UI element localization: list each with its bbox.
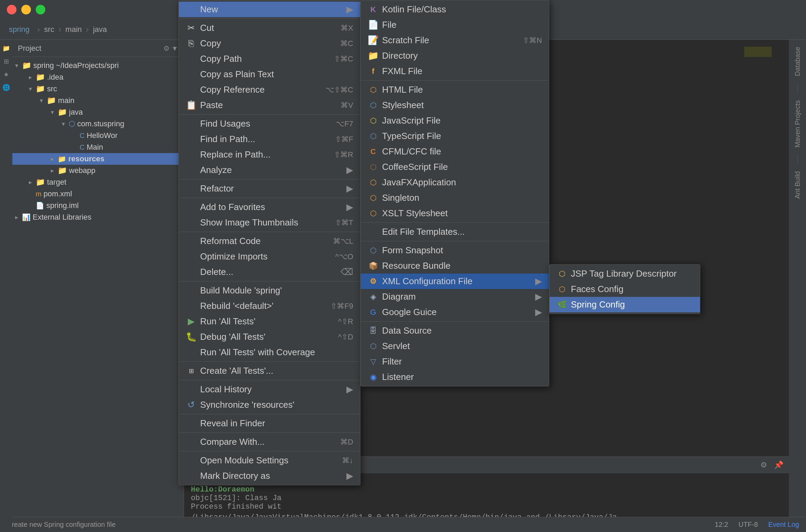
menu-run-tests[interactable]: ▶ Run 'All Tests' ^⇧R bbox=[179, 314, 360, 329]
menu-copy-path[interactable]: Copy Path ⇧⌘C bbox=[179, 51, 360, 67]
menu-fxml[interactable]: f FXML File bbox=[361, 63, 549, 79]
menu-cut[interactable]: ✂ Cut ⌘X bbox=[179, 20, 360, 36]
menu-build-module-label: Build Module 'spring' bbox=[200, 285, 353, 296]
fxml-icon: f bbox=[368, 67, 379, 76]
menu-copy[interactable]: ⎘ Copy ⌘C bbox=[179, 36, 360, 51]
project-breadcrumb[interactable]: spring bbox=[5, 24, 33, 35]
analyze-arrow-icon: ▶ bbox=[346, 165, 353, 175]
menu-new[interactable]: New ▶ bbox=[179, 2, 360, 17]
menu-spring-config[interactable]: 🌿 Spring Config bbox=[550, 297, 700, 312]
menu-jsp-tag[interactable]: ⬡ JSP Tag Library Descriptor bbox=[550, 266, 700, 281]
menu-xslt[interactable]: ⬡ XSLT Stylesheet bbox=[361, 206, 549, 221]
run-output-objc: objc[1521]: Class Ja bbox=[191, 494, 782, 502]
menu-cfml[interactable]: C CFML/CFC file bbox=[361, 144, 549, 159]
menu-typescript[interactable]: ⬡ TypeScript File bbox=[361, 128, 549, 144]
menu-scratch[interactable]: 📝 Scratch File ⇧⌘N bbox=[361, 33, 549, 48]
menu-find-usages[interactable]: Find Usages ⌥F7 bbox=[179, 116, 360, 131]
maven-label[interactable]: Maven Projects bbox=[794, 100, 802, 148]
copy-ref-shortcut: ⌥⇧⌘C bbox=[325, 85, 353, 94]
tree-item-target[interactable]: ▸ 📁 target bbox=[12, 176, 184, 188]
menu-directory[interactable]: 📁 Directory bbox=[361, 48, 549, 63]
cut-shortcut: ⌘X bbox=[341, 24, 353, 33]
menu-google-guice[interactable]: G Google Guice ▶ bbox=[361, 304, 549, 320]
menu-compare-with[interactable]: Compare With... ⌘D bbox=[179, 434, 360, 450]
maximize-button[interactable] bbox=[36, 5, 45, 14]
tree-item-main-class[interactable]: ▸ C Main bbox=[12, 141, 184, 153]
menu-singleton[interactable]: ⬡ Singleton bbox=[361, 190, 549, 206]
tree-item-resources[interactable]: ▸ 📁 resources bbox=[12, 153, 184, 165]
menu-rebuild[interactable]: Rebuild '<default>' ⇧⌘F9 bbox=[179, 298, 360, 314]
menu-show-thumbnails[interactable]: Show Image Thumbnails ⇧⌘T bbox=[179, 215, 360, 230]
menu-copy-label: Copy bbox=[200, 38, 326, 49]
web-icon[interactable]: 🌐 bbox=[1, 82, 11, 93]
resource-icon: 📦 bbox=[368, 262, 379, 270]
guice-arrow-icon: ▶ bbox=[535, 307, 542, 317]
menu-mark-dir[interactable]: Mark Directory as ▶ bbox=[179, 468, 360, 484]
menu-build-module[interactable]: Build Module 'spring' bbox=[179, 283, 360, 298]
tree-item-main[interactable]: ▾ 📁 main bbox=[12, 95, 184, 106]
menu-refactor[interactable]: Refactor ▶ bbox=[179, 181, 360, 196]
tree-item-helloworld[interactable]: ▸ C HelloWor bbox=[12, 130, 184, 141]
project-icon[interactable]: 📁 bbox=[1, 43, 11, 54]
menu-datasource[interactable]: 🗄 Data Source bbox=[361, 323, 549, 338]
separator-1 bbox=[179, 19, 360, 19]
pin-icon[interactable]: 📌 bbox=[774, 461, 783, 470]
menu-html[interactable]: ⬡ HTML File bbox=[361, 82, 549, 97]
structure-icon[interactable]: ⊞ bbox=[1, 56, 11, 67]
main-breadcrumb[interactable]: main bbox=[66, 25, 82, 34]
menu-add-favorites[interactable]: Add to Favorites ▶ bbox=[179, 199, 360, 215]
tree-item-pom[interactable]: ▸ m pom.xml bbox=[12, 188, 184, 200]
menu-javascript[interactable]: ⬡ JavaScript File bbox=[361, 113, 549, 128]
menu-filter[interactable]: ▽ Filter bbox=[361, 354, 549, 369]
menu-form-snapshot[interactable]: ⬡ Form Snapshot bbox=[361, 243, 549, 258]
tree-item-package[interactable]: ▾ ⬡ com.stuspring bbox=[12, 118, 184, 130]
context-menu-xml-config: ⬡ JSP Tag Library Descriptor ⬡ Faces Con… bbox=[549, 264, 700, 314]
menu-xml-config[interactable]: ⚙ XML Configuration File ▶ bbox=[361, 274, 549, 289]
menu-local-history[interactable]: Local History ▶ bbox=[179, 382, 360, 397]
menu-stylesheet[interactable]: ⬡ Stylesheet bbox=[361, 97, 549, 113]
java-breadcrumb[interactable]: java bbox=[93, 25, 107, 34]
menu-diagram[interactable]: ◈ Diagram ▶ bbox=[361, 289, 549, 304]
menu-edit-templates[interactable]: Edit File Templates... bbox=[361, 224, 549, 240]
database-label[interactable]: Database bbox=[794, 47, 802, 76]
src-breadcrumb[interactable]: src bbox=[44, 25, 54, 34]
tree-item-java[interactable]: ▾ 📁 java bbox=[12, 106, 184, 118]
tree-item-webapp[interactable]: ▸ 📁 webapp bbox=[12, 165, 184, 176]
menu-replace-path[interactable]: Replace in Path... ⇧⌘R bbox=[179, 147, 360, 162]
status-event-log[interactable]: Event Log bbox=[768, 521, 799, 529]
scratch-icon: 📝 bbox=[368, 35, 379, 46]
menu-resource-bundle[interactable]: 📦 Resource Bundle bbox=[361, 258, 549, 274]
menu-open-module[interactable]: Open Module Settings ⌘↓ bbox=[179, 453, 360, 468]
menu-servlet[interactable]: ⬡ Servlet bbox=[361, 338, 549, 354]
menu-faces-config[interactable]: ⬡ Faces Config bbox=[550, 281, 700, 297]
menu-copy-ref[interactable]: Copy Reference ⌥⇧⌘C bbox=[179, 82, 360, 97]
close-button[interactable] bbox=[7, 5, 16, 14]
menu-analyze[interactable]: Analyze ▶ bbox=[179, 162, 360, 178]
tree-item-idea[interactable]: ▸ 📁 .idea bbox=[12, 71, 184, 83]
tree-item-spring-iml[interactable]: ▸ 📄 spring.iml bbox=[12, 200, 184, 211]
ant-label[interactable]: Ant Build bbox=[794, 171, 802, 199]
menu-debug-tests[interactable]: 🐛 Debug 'All Tests' ^⇧D bbox=[179, 329, 360, 345]
tree-item-src[interactable]: ▾ 📁 src bbox=[12, 83, 184, 95]
menu-paste[interactable]: 📋 Paste ⌘V bbox=[179, 97, 360, 113]
settings-icon[interactable]: ⚙ bbox=[760, 461, 767, 470]
menu-file[interactable]: 📄 File bbox=[361, 17, 549, 33]
favorites-icon[interactable]: ★ bbox=[1, 69, 11, 80]
menu-synchronize[interactable]: ↺ Synchronize 'resources' bbox=[179, 397, 360, 413]
menu-reveal-finder[interactable]: Reveal in Finder bbox=[179, 416, 360, 431]
menu-create-tests[interactable]: ⊞ Create 'All Tests'... bbox=[179, 363, 360, 379]
tree-item-spring[interactable]: ▾ 📁 spring ~/IdeaProjects/spri bbox=[12, 60, 184, 71]
menu-coffeescript[interactable]: ⬡ CoffeeScript File bbox=[361, 159, 549, 175]
menu-optimize[interactable]: Optimize Imports ^⌥O bbox=[179, 249, 360, 264]
menu-copy-plain[interactable]: Copy as Plain Text bbox=[179, 67, 360, 82]
menu-javafx[interactable]: ⬡ JavaFXApplication bbox=[361, 175, 549, 190]
menu-run-coverage[interactable]: Run 'All Tests' with Coverage bbox=[179, 345, 360, 360]
find-path-shortcut: ⇧⌘F bbox=[335, 135, 353, 144]
menu-kotlin[interactable]: K Kotlin File/Class bbox=[361, 2, 549, 17]
menu-find-path[interactable]: Find in Path... ⇧⌘F bbox=[179, 131, 360, 147]
menu-listener[interactable]: ◉ Listener bbox=[361, 369, 549, 385]
menu-reformat[interactable]: Reformat Code ⌘⌥L bbox=[179, 233, 360, 249]
tree-item-external-libs[interactable]: ▸ 📊 External Libraries bbox=[12, 211, 184, 223]
minimize-button[interactable] bbox=[21, 5, 31, 14]
menu-delete[interactable]: Delete... ⌫ bbox=[179, 264, 360, 280]
